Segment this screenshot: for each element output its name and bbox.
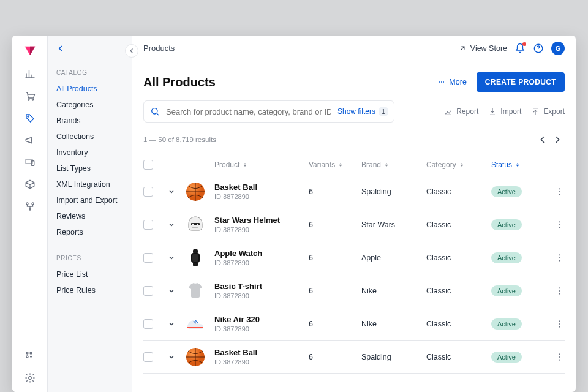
sidebar-item-reviews[interactable]: Reviews bbox=[56, 208, 123, 224]
search-input[interactable] bbox=[165, 107, 333, 117]
row-checkbox[interactable] bbox=[143, 187, 153, 197]
product-id: ID 3872890 bbox=[214, 259, 305, 266]
search-box[interactable]: Show filters 1 bbox=[143, 100, 394, 123]
svg-point-18 bbox=[559, 188, 560, 189]
svg-point-36 bbox=[559, 293, 560, 294]
row-checkbox[interactable] bbox=[143, 220, 153, 230]
cell-category: Classic bbox=[426, 221, 488, 229]
sidebar-item-all-products[interactable]: All Products bbox=[56, 81, 123, 97]
cell-variants: 6 bbox=[309, 254, 358, 262]
sidebar-item-list-types[interactable]: List Types bbox=[56, 160, 123, 176]
sidebar-item-xml-integration[interactable]: XML Integration bbox=[56, 176, 123, 192]
sidebar-collapse-button[interactable] bbox=[125, 44, 138, 58]
more-label: More bbox=[449, 78, 466, 86]
row-checkbox[interactable] bbox=[143, 352, 153, 362]
table-row: Basic T-shirt ID 3872890 6 Nike Classic … bbox=[143, 274, 565, 307]
avatar[interactable]: G bbox=[551, 42, 565, 55]
product-thumb bbox=[185, 347, 206, 368]
results-bar: 1 — 50 of 8,719 results bbox=[132, 129, 576, 154]
topbar: Products View Store G bbox=[132, 36, 576, 61]
sidebar-item-price-rules[interactable]: Price Rules bbox=[56, 282, 123, 298]
create-product-button[interactable]: CREATE PRODUCT bbox=[477, 72, 565, 92]
app-logo bbox=[23, 44, 37, 58]
sidebar-item-price-list[interactable]: Price List bbox=[56, 266, 123, 282]
expand-row-button[interactable] bbox=[168, 287, 181, 295]
row-menu-button[interactable] bbox=[555, 220, 565, 230]
help-button[interactable] bbox=[533, 43, 544, 54]
export-button[interactable]: Export bbox=[531, 107, 565, 116]
table-row: Star Wars Helmet ID 3872890 6 Star Wars … bbox=[143, 208, 565, 241]
inventory-icon[interactable] bbox=[24, 179, 36, 190]
svg-point-11 bbox=[28, 377, 31, 380]
sidebar-item-brands[interactable]: Brands bbox=[56, 113, 123, 129]
expand-row-button[interactable] bbox=[168, 188, 181, 195]
col-status[interactable]: Status bbox=[491, 160, 546, 169]
select-all-checkbox[interactable] bbox=[143, 160, 153, 170]
table-row: Apple Watch ID 3872890 6 Apple Classic A… bbox=[143, 241, 565, 274]
status-badge: Active bbox=[491, 252, 522, 263]
cell-category: Classic bbox=[426, 254, 488, 262]
svg-point-35 bbox=[559, 290, 560, 291]
svg-point-41 bbox=[559, 353, 560, 355]
more-button[interactable]: More bbox=[434, 78, 470, 86]
settings-icon[interactable] bbox=[24, 372, 36, 383]
analytics-icon[interactable] bbox=[24, 69, 36, 80]
row-menu-button[interactable] bbox=[555, 319, 565, 329]
prev-page-button[interactable] bbox=[535, 132, 550, 147]
app-window: CATALOG All Products Categories Brands C… bbox=[12, 36, 576, 392]
row-menu-button[interactable] bbox=[555, 187, 565, 197]
marketing-icon[interactable] bbox=[24, 135, 36, 146]
col-product[interactable]: Product bbox=[214, 160, 305, 169]
status-badge: Active bbox=[491, 285, 522, 296]
products-icon[interactable] bbox=[24, 113, 36, 124]
col-category[interactable]: Category bbox=[426, 160, 488, 169]
svg-point-14 bbox=[441, 81, 442, 83]
product-id: ID 3872890 bbox=[214, 358, 305, 366]
svg-rect-30 bbox=[192, 254, 198, 262]
sidebar-item-inventory[interactable]: Inventory bbox=[56, 145, 123, 160]
notification-dot-icon bbox=[522, 42, 526, 46]
expand-row-button[interactable] bbox=[168, 254, 181, 262]
sidebar-item-collections[interactable]: Collections bbox=[56, 129, 123, 145]
row-checkbox[interactable] bbox=[143, 286, 153, 296]
product-thumb bbox=[185, 214, 206, 235]
row-checkbox[interactable] bbox=[143, 253, 153, 263]
svg-rect-28 bbox=[193, 262, 198, 266]
expand-row-button[interactable] bbox=[168, 221, 181, 228]
sidebar-group-label: CATALOG bbox=[56, 69, 123, 76]
cell-category: Classic bbox=[426, 287, 488, 295]
row-menu-button[interactable] bbox=[555, 253, 565, 263]
expand-row-button[interactable] bbox=[168, 353, 181, 361]
report-button[interactable]: Report bbox=[444, 107, 478, 116]
import-button[interactable]: Import bbox=[488, 107, 521, 116]
svg-point-23 bbox=[197, 223, 198, 224]
svg-point-16 bbox=[152, 108, 157, 114]
row-menu-button[interactable] bbox=[555, 352, 565, 362]
next-page-button[interactable] bbox=[550, 132, 565, 147]
workflow-icon[interactable] bbox=[24, 201, 36, 212]
row-checkbox[interactable] bbox=[143, 319, 153, 329]
sidebar-item-reports[interactable]: Reports bbox=[56, 224, 123, 240]
svg-point-0 bbox=[28, 99, 29, 100]
svg-point-31 bbox=[559, 254, 560, 255]
row-menu-button[interactable] bbox=[555, 286, 565, 296]
results-count: 1 — 50 of 8,719 results bbox=[143, 136, 216, 143]
notifications-button[interactable] bbox=[514, 43, 526, 54]
svg-point-15 bbox=[443, 81, 444, 83]
view-store-link[interactable]: View Store bbox=[458, 44, 507, 53]
col-brand[interactable]: Brand bbox=[361, 160, 423, 169]
cell-brand: Spalding bbox=[361, 187, 423, 196]
col-variants[interactable]: Variants bbox=[309, 160, 358, 169]
orders-icon[interactable] bbox=[24, 91, 36, 102]
status-badge: Active bbox=[491, 219, 522, 230]
import-label: Import bbox=[500, 107, 521, 116]
apps-icon[interactable] bbox=[24, 350, 36, 361]
expand-row-button[interactable] bbox=[168, 320, 181, 328]
product-thumb bbox=[185, 247, 206, 268]
svg-point-2 bbox=[27, 116, 28, 117]
sidebar-back-button[interactable] bbox=[56, 44, 65, 53]
sidebar-item-import-export[interactable]: Import and Export bbox=[56, 192, 123, 208]
show-filters-button[interactable]: Show filters 1 bbox=[337, 107, 388, 116]
sidebar-item-categories[interactable]: Categories bbox=[56, 97, 123, 113]
devices-icon[interactable] bbox=[24, 157, 36, 168]
